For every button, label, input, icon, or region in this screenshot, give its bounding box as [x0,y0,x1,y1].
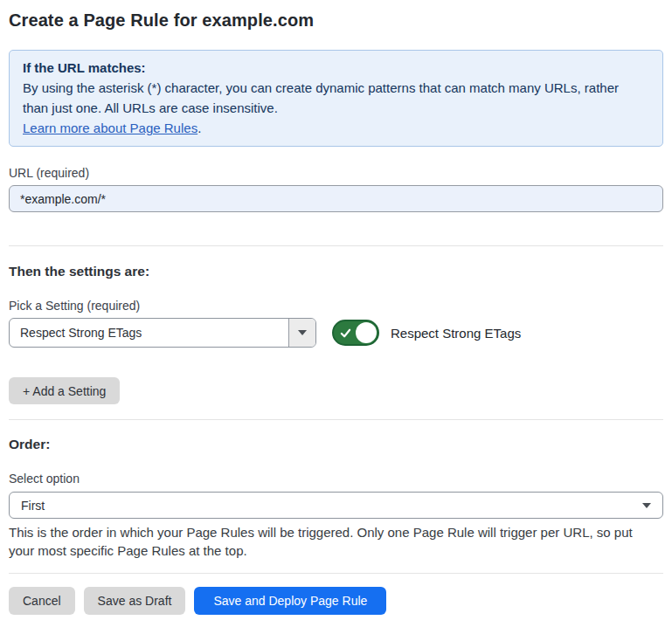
cancel-button[interactable]: Cancel [9,587,75,615]
toggle-knob [356,322,377,343]
add-setting-button[interactable]: + Add a Setting [9,377,120,404]
order-help-text: This is the order in which your Page Rul… [9,524,660,560]
url-input[interactable] [9,185,663,212]
dropdown-arrow-icon [298,330,307,335]
setting-dropdown-value: Respect Strong ETags [10,319,288,347]
section-divider [9,245,663,246]
link-suffix: . [197,121,201,135]
learn-more-link[interactable]: Learn more about Page Rules [23,121,197,135]
save-as-draft-button[interactable]: Save as Draft [84,587,186,615]
settings-section-heading: Then the settings are: [9,264,663,279]
chevron-down-icon [642,503,651,508]
info-box-body: By using the asterisk (*) character, you… [23,78,643,118]
save-and-deploy-button[interactable]: Save and Deploy Page Rule [194,587,386,615]
respect-strong-etags-toggle[interactable] [332,320,379,346]
pick-setting-label: Pick a Setting (required) [9,299,663,313]
footer-divider [9,573,663,574]
url-field-label: URL (required) [9,166,663,181]
page-title: Create a Page Rule for example.com [9,9,663,32]
order-select-value: First [21,499,45,513]
action-buttons: Cancel Save as Draft Save and Deploy Pag… [9,587,663,615]
page-rule-form: Create a Page Rule for example.com If th… [0,0,672,624]
order-select-label: Select option [9,472,663,486]
setting-dropdown[interactable]: Respect Strong ETags [9,318,316,348]
setting-dropdown-arrow-button[interactable] [288,319,315,347]
checkmark-icon [340,327,351,339]
setting-row: Respect Strong ETags Respect Strong ETag… [9,318,663,348]
info-box-heading: If the URL matches: [23,58,649,78]
section-divider [9,419,663,420]
url-match-info-box: If the URL matches: By using the asteris… [9,50,663,147]
toggle-label: Respect Strong ETags [391,326,521,341]
order-select[interactable]: First [9,492,663,519]
info-box-link-line: Learn more about Page Rules. [23,118,649,138]
order-section-heading: Order: [9,437,663,452]
